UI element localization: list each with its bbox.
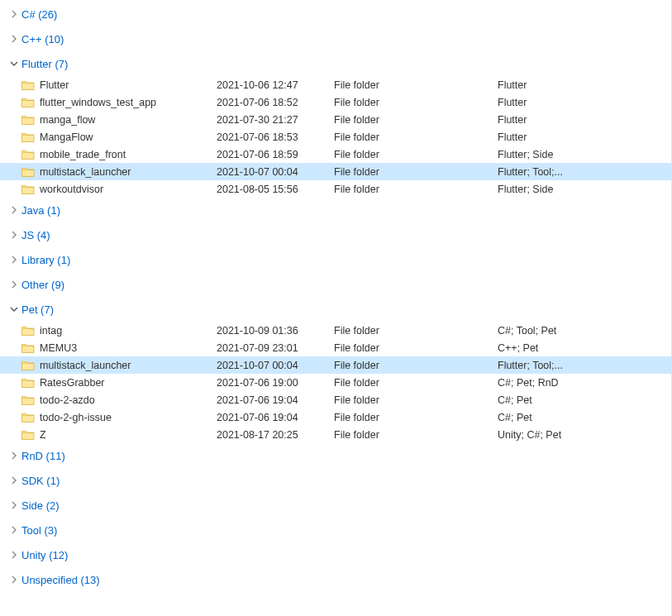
- chevron-right-icon: [8, 451, 20, 460]
- group-header-java[interactable]: Java (1): [0, 198, 671, 222]
- folder-icon: [21, 97, 35, 108]
- file-row[interactable]: MEMU32021-07-09 23:01File folderC++; Pet: [0, 339, 671, 356]
- chevron-right-icon: [8, 551, 20, 559]
- file-type: File folder: [334, 325, 498, 337]
- group-label: Java (1): [21, 204, 60, 217]
- file-name: todo-2-gh-issue: [40, 412, 112, 423]
- folder-icon: [21, 377, 35, 389]
- file-name: multistack_launcher: [40, 166, 131, 178]
- file-row[interactable]: Flutter2021-10-06 12:47File folderFlutte…: [0, 76, 671, 93]
- chevron-down-icon: [8, 305, 20, 313]
- chevron-right-icon: [8, 526, 20, 534]
- file-name-cell: multistack_launcher: [21, 360, 217, 371]
- file-name: workoutdvisor: [40, 184, 103, 195]
- file-name: todo-2-azdo: [40, 394, 95, 406]
- file-name-cell: todo-2-azdo: [21, 394, 217, 406]
- file-row[interactable]: mobile_trade_front2021-07-06 18:59File f…: [0, 146, 671, 163]
- file-name: mobile_trade_front: [40, 149, 126, 160]
- file-tags: Flutter: [498, 131, 671, 143]
- file-row[interactable]: todo-2-gh-issue2021-07-06 19:04File fold…: [0, 408, 671, 426]
- file-tags: Flutter; Tool;...: [498, 360, 671, 371]
- folder-icon: [21, 342, 35, 354]
- folder-icon: [21, 360, 35, 371]
- file-row[interactable]: Z2021-08-17 20:25File folderUnity; C#; P…: [0, 426, 671, 443]
- group-header-sdk[interactable]: SDK (1): [0, 468, 671, 493]
- file-name: Flutter: [40, 79, 69, 91]
- file-name-cell: MangaFlow: [21, 131, 217, 143]
- group-header-cpp[interactable]: C++ (10): [0, 26, 671, 51]
- group-header-other[interactable]: Other (9): [0, 272, 671, 297]
- file-tags: Flutter: [498, 97, 671, 108]
- folder-icon: [21, 79, 35, 91]
- file-name-cell: manga_flow: [21, 114, 217, 126]
- chevron-right-icon: [8, 575, 20, 584]
- file-date: 2021-07-06 18:52: [217, 97, 334, 108]
- chevron-right-icon: [8, 206, 20, 214]
- chevron-right-icon: [8, 476, 20, 485]
- folder-icon: [21, 429, 35, 441]
- file-date: 2021-07-06 18:59: [217, 149, 334, 160]
- file-tags: C#; Pet: [498, 394, 671, 406]
- file-date: 2021-07-09 23:01: [217, 342, 334, 354]
- chevron-right-icon: [8, 255, 20, 264]
- folder-icon: [21, 394, 35, 406]
- file-type: File folder: [334, 114, 498, 126]
- group-header-csharp[interactable]: C# (26): [0, 2, 671, 26]
- file-name-cell: intag: [21, 325, 217, 337]
- file-name: Z: [40, 429, 46, 441]
- file-type: File folder: [334, 377, 498, 389]
- file-row[interactable]: todo-2-azdo2021-07-06 19:04File folderC#…: [0, 391, 671, 408]
- group-header-tool[interactable]: Tool (3): [0, 518, 671, 542]
- group-label: Pet (7): [21, 303, 54, 316]
- group-header-side[interactable]: Side (2): [0, 493, 671, 518]
- folder-icon: [21, 412, 35, 423]
- group-header-flutter[interactable]: Flutter (7): [0, 51, 671, 76]
- file-name-cell: Flutter: [21, 79, 217, 91]
- folder-icon: [21, 325, 35, 337]
- file-tags: Flutter; Side: [498, 184, 671, 195]
- file-date: 2021-07-06 19:00: [217, 377, 334, 389]
- group-label: Other (9): [21, 279, 64, 291]
- file-tags: C#; Pet: [498, 412, 671, 423]
- file-type: File folder: [334, 149, 498, 160]
- chevron-right-icon: [8, 501, 20, 509]
- file-name-cell: MEMU3: [21, 342, 217, 354]
- group-header-library[interactable]: Library (1): [0, 247, 671, 272]
- file-type: File folder: [334, 360, 498, 371]
- file-name-cell: mobile_trade_front: [21, 149, 217, 160]
- file-name-cell: Z: [21, 429, 217, 441]
- group-header-unity[interactable]: Unity (12): [0, 542, 671, 567]
- file-tags: C#; Pet; RnD: [498, 377, 671, 389]
- file-type: File folder: [334, 166, 498, 178]
- file-name-cell: todo-2-gh-issue: [21, 412, 217, 423]
- file-row[interactable]: intag2021-10-09 01:36File folderC#; Tool…: [0, 322, 671, 339]
- file-name: flutter_windows_test_app: [40, 97, 156, 108]
- file-date: 2021-07-06 18:53: [217, 131, 334, 143]
- group-label: Unity (12): [21, 549, 68, 561]
- folder-icon: [21, 149, 35, 160]
- file-name: intag: [40, 325, 62, 337]
- file-type: File folder: [334, 79, 498, 91]
- file-row[interactable]: MangaFlow2021-07-06 18:53File folderFlut…: [0, 128, 671, 146]
- file-row[interactable]: multistack_launcher2021-10-07 00:04File …: [0, 356, 671, 374]
- file-row[interactable]: RatesGrabber2021-07-06 19:00File folderC…: [0, 374, 671, 391]
- file-date: 2021-10-07 00:04: [217, 360, 334, 371]
- file-row[interactable]: multistack_launcher2021-10-07 00:04File …: [0, 163, 671, 180]
- group-header-rnd[interactable]: RnD (11): [0, 443, 671, 468]
- file-row[interactable]: workoutdvisor2021-08-05 15:56File folder…: [0, 180, 671, 198]
- group-header-pet[interactable]: Pet (7): [0, 297, 671, 322]
- group-label: Unspecified (13): [21, 574, 100, 586]
- group-header-unspecified[interactable]: Unspecified (13): [0, 567, 671, 592]
- group-header-js[interactable]: JS (4): [0, 222, 671, 247]
- folder-icon: [21, 114, 35, 126]
- file-date: 2021-10-07 00:04: [217, 166, 334, 178]
- file-name: MangaFlow: [40, 131, 93, 143]
- group-label: RnD (11): [21, 450, 65, 462]
- file-date: 2021-07-06 19:04: [217, 412, 334, 423]
- group-label: Side (2): [21, 499, 60, 512]
- chevron-right-icon: [8, 280, 20, 289]
- file-type: File folder: [334, 184, 498, 195]
- file-row[interactable]: manga_flow2021-07-30 21:27File folderFlu…: [0, 111, 671, 128]
- file-row[interactable]: flutter_windows_test_app2021-07-06 18:52…: [0, 93, 671, 111]
- file-tags: Unity; C#; Pet: [498, 429, 671, 441]
